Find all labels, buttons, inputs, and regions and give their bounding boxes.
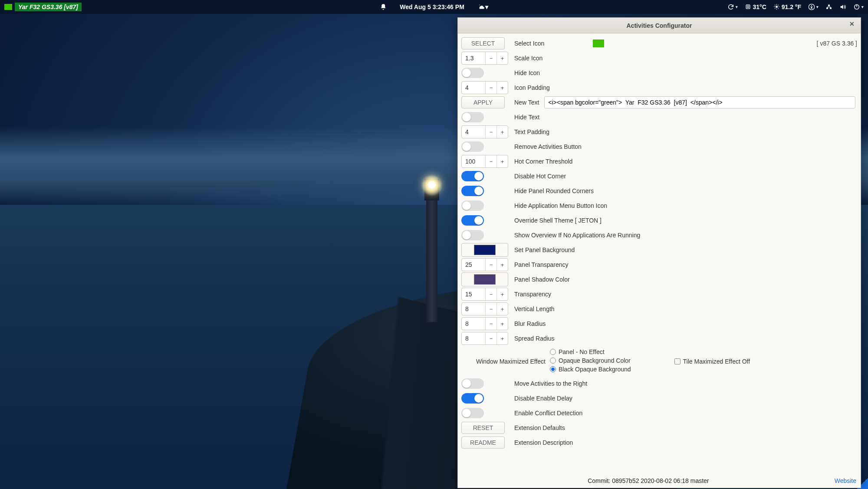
transparency-spinner[interactable]: 15 − +	[461, 288, 508, 301]
svg-rect-1	[746, 5, 750, 9]
vertical-length-label: Vertical Length	[514, 305, 555, 312]
minus-icon[interactable]: −	[485, 82, 496, 94]
plus-icon[interactable]: +	[496, 52, 508, 64]
plus-icon[interactable]: +	[496, 318, 508, 330]
readme-button[interactable]: README	[461, 436, 505, 449]
activities-text: Yar F32 GS3.36 [v87]	[15, 3, 82, 11]
panel-shadow-color-button[interactable]	[461, 272, 508, 286]
disable-hot-corner-toggle[interactable]	[461, 171, 484, 181]
accessibility-icon[interactable]: ▾	[808, 3, 819, 10]
minus-icon[interactable]: −	[485, 288, 496, 300]
vertical-length-spinner[interactable]: 8 − +	[461, 302, 508, 315]
minus-icon[interactable]: −	[485, 52, 496, 64]
icon-padding-spinner[interactable]: 4 − +	[461, 81, 508, 94]
tile-effect-checkbox[interactable]: Tile Maximized Effect Off	[674, 348, 750, 365]
max-effect-label: Window Maximized Effect	[461, 348, 550, 365]
blur-radius-spinner[interactable]: 8 − +	[461, 317, 508, 330]
close-icon[interactable]: ✕	[848, 20, 856, 29]
radio-opaque-bg[interactable]: Opaque Background Color	[550, 357, 631, 364]
activities-configurator-window: Activities Configurator ✕ SELECT Select …	[457, 17, 861, 488]
select-button[interactable]: SELECT	[461, 37, 505, 49]
radio-no-effect[interactable]: Panel - No Effect	[550, 348, 631, 355]
svg-line-9	[778, 8, 778, 9]
radio-black-opaque[interactable]: Black Opaque Background	[550, 366, 631, 373]
plus-icon[interactable]: +	[496, 332, 508, 345]
power-icon[interactable]: ▾	[853, 3, 864, 10]
hot-corner-threshold-label: Hot Corner Threshold	[514, 158, 572, 165]
disable-delay-label: Disable Enable Delay	[514, 395, 572, 402]
apply-button[interactable]: APPLY	[461, 96, 505, 108]
show-overview-toggle[interactable]	[461, 230, 484, 240]
hide-icon-toggle[interactable]	[461, 68, 484, 78]
minus-icon[interactable]: −	[485, 259, 496, 271]
svg-line-8	[775, 5, 775, 5]
svg-rect-15	[830, 7, 832, 9]
minus-icon[interactable]: −	[485, 303, 496, 315]
plus-icon[interactable]: +	[496, 126, 508, 138]
text-padding-spinner[interactable]: 4 − +	[461, 125, 508, 138]
svg-point-13	[811, 5, 812, 6]
hide-rounded-toggle[interactable]	[461, 186, 484, 196]
hide-app-menu-icon-toggle[interactable]	[461, 200, 484, 211]
lighthouse-graphic	[417, 166, 447, 322]
move-right-label: Move Activities to the Right	[514, 380, 587, 387]
override-theme-toggle[interactable]	[461, 215, 484, 226]
minus-icon[interactable]: −	[485, 155, 496, 167]
plus-icon[interactable]: +	[496, 303, 508, 315]
blur-radius-label: Blur Radius	[514, 320, 546, 327]
disable-hot-corner-label: Disable Hot Corner	[514, 173, 566, 180]
panel-shadow-swatch	[474, 274, 496, 285]
text-padding-label: Text Padding	[514, 128, 549, 135]
spread-radius-spinner[interactable]: 8 − +	[461, 332, 508, 345]
window-footer: Commit: 08957b52 2020-08-02 06:18 master…	[458, 476, 861, 488]
remove-activities-label: Remove Activities Button	[514, 143, 582, 150]
svg-rect-14	[826, 7, 828, 9]
top-panel: Yar F32 GS3.36 [v87] Wed Aug 5 3:23:46 P…	[0, 0, 868, 14]
minus-icon[interactable]: −	[485, 126, 496, 138]
minus-icon[interactable]: −	[485, 332, 496, 345]
hide-icon-label: Hide Icon	[514, 69, 540, 76]
disable-delay-toggle[interactable]	[461, 393, 484, 404]
window-content: SELECT Select Icon [ v87 GS 3.36 ] 1.3 −…	[458, 33, 861, 476]
conflict-toggle[interactable]	[461, 408, 484, 418]
new-text-input[interactable]	[544, 96, 855, 108]
volume-icon[interactable]	[839, 3, 846, 10]
network-icon[interactable]	[825, 3, 832, 10]
plus-icon[interactable]: +	[496, 82, 508, 94]
panel-bg-swatch	[474, 245, 496, 255]
plus-icon[interactable]: +	[496, 155, 508, 167]
select-icon-label: Select Icon	[514, 40, 544, 47]
override-theme-label: Override Shell Theme [ JETON ]	[514, 217, 602, 224]
activities-button[interactable]: Yar F32 GS3.36 [v87]	[4, 3, 82, 11]
svg-line-11	[778, 5, 778, 5]
move-right-toggle[interactable]	[461, 378, 484, 389]
refresh-icon[interactable]: ▾	[727, 3, 738, 10]
plus-icon[interactable]: +	[496, 288, 508, 300]
extension-defaults-label: Extension Defaults	[514, 424, 565, 431]
reset-button[interactable]: RESET	[461, 422, 505, 434]
svg-line-10	[775, 8, 775, 9]
weather-temp-indicator[interactable]: 91.2 °F	[773, 3, 801, 10]
weather-icon[interactable]: ▾	[477, 3, 488, 11]
hide-text-toggle[interactable]	[461, 112, 484, 122]
transparency-label: Transparency	[514, 291, 551, 298]
panel-bg-color-button[interactable]	[461, 243, 508, 257]
plus-icon[interactable]: +	[496, 259, 508, 271]
checkbox-icon	[674, 358, 681, 364]
panel-transparency-label: Panel Transparency	[514, 261, 569, 268]
cpu-temp-indicator[interactable]: 31°C	[745, 3, 766, 10]
version-label: [ v87 GS 3.36 ]	[817, 40, 857, 47]
window-titlebar[interactable]: Activities Configurator ✕	[458, 18, 861, 33]
website-link[interactable]: Website	[835, 477, 856, 484]
scale-icon-spinner[interactable]: 1.3 − +	[461, 52, 508, 65]
minus-icon[interactable]: −	[485, 318, 496, 330]
notification-icon[interactable]	[380, 3, 387, 10]
commit-label: Commit: 08957b52 2020-08-02 06:18 master	[462, 477, 835, 484]
icon-padding-label: Icon Padding	[514, 84, 550, 91]
hide-text-label: Hide Text	[514, 114, 539, 121]
panel-clock[interactable]: Wed Aug 5 3:23:46 PM	[400, 3, 464, 10]
remove-activities-toggle[interactable]	[461, 141, 484, 152]
panel-transparency-spinner[interactable]: 25 − +	[461, 258, 508, 271]
hot-corner-threshold-spinner[interactable]: 100 − +	[461, 155, 508, 168]
spread-radius-label: Spread Radius	[514, 335, 555, 342]
